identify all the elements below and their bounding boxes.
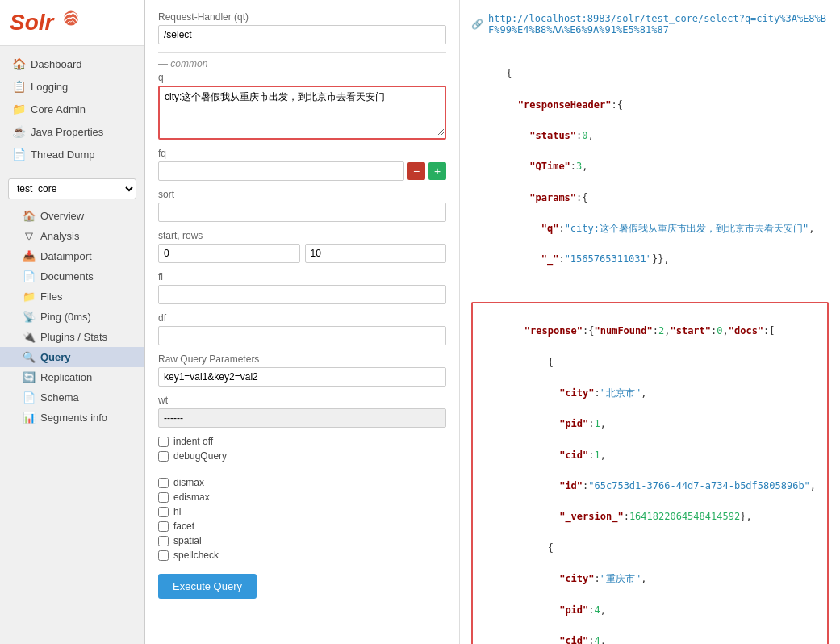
hl-group: hl xyxy=(158,506,446,517)
spellcheck-checkbox[interactable] xyxy=(158,550,169,561)
execute-query-button[interactable]: Execute Query xyxy=(158,574,257,599)
wt-group: wt ------ json xml python ruby php csv xyxy=(158,395,446,428)
query-panel: Request-Handler (qt) — common q fq − + s… xyxy=(145,0,460,644)
fq-group: fq − + xyxy=(158,148,446,181)
df-label: df xyxy=(158,312,446,324)
java-icon: ☕ xyxy=(11,125,26,138)
core-nav-files[interactable]: 📁 Files xyxy=(0,286,144,307)
core-nav-schema[interactable]: 📄 Schema xyxy=(0,387,144,408)
main-nav: 🏠 Dashboard 📋 Logging 📁 Core Admin ☕ Jav… xyxy=(0,46,144,172)
raw-params-label: Raw Query Parameters xyxy=(158,353,446,365)
core-selector[interactable]: test_core xyxy=(8,178,136,199)
dismax-checkbox[interactable] xyxy=(158,478,169,488)
dashboard-icon: 🏠 xyxy=(11,57,26,70)
df-input[interactable] xyxy=(158,326,446,345)
ping-icon: 📡 xyxy=(23,311,36,323)
component-checkboxes: dismax edismax hl facet spatial spellche… xyxy=(158,470,446,561)
link-icon: 🔗 xyxy=(471,19,483,30)
sidebar-item-logging[interactable]: 📋 Logging xyxy=(0,75,144,98)
debug-group: debugQuery xyxy=(158,450,446,462)
sort-input[interactable] xyxy=(158,203,446,222)
indent-checkbox[interactable] xyxy=(158,437,169,447)
documents-icon: 📄 xyxy=(23,270,36,282)
result-url: http://localhost:8983/solr/test_core/sel… xyxy=(488,13,829,36)
logging-icon: 📋 xyxy=(11,80,26,93)
spatial-group: spatial xyxy=(158,535,446,546)
hl-checkbox[interactable] xyxy=(158,507,169,517)
common-label: — common xyxy=(158,52,446,69)
overview-icon: 🏠 xyxy=(23,210,36,222)
edismax-checkbox[interactable] xyxy=(158,492,169,503)
solr-logo-icon xyxy=(56,8,86,37)
sidebar-item-logging-label: Logging xyxy=(31,81,68,93)
core-nav-documents[interactable]: 📄 Documents xyxy=(0,266,144,286)
replication-icon: 🔄 xyxy=(23,371,36,383)
core-nav-replication[interactable]: 🔄 Replication xyxy=(0,367,144,387)
handler-input[interactable] xyxy=(158,25,446,44)
analysis-icon: ▽ xyxy=(23,230,36,242)
sidebar-item-dashboard-label: Dashboard xyxy=(31,58,82,70)
core-nav-query[interactable]: 🔍 Query xyxy=(0,347,144,367)
q-group: q xyxy=(158,72,446,140)
q-input[interactable] xyxy=(160,87,445,136)
spatial-label: spatial xyxy=(173,535,202,546)
core-nav-plugins[interactable]: 🔌 Plugins / Stats xyxy=(0,327,144,347)
debug-checkbox[interactable] xyxy=(158,451,169,462)
plugins-icon: 🔌 xyxy=(23,331,36,343)
fq-row: − + xyxy=(158,161,446,181)
fq-label: fq xyxy=(158,148,446,159)
hl-label: hl xyxy=(173,506,181,517)
q-field-wrapper xyxy=(158,86,446,140)
files-icon: 📁 xyxy=(23,291,36,303)
dismax-group: dismax xyxy=(158,477,446,488)
raw-params-group: Raw Query Parameters xyxy=(158,353,446,387)
df-group: df xyxy=(158,312,446,345)
rows-input[interactable] xyxy=(305,244,447,263)
core-nav-overview[interactable]: 🏠 Overview xyxy=(0,206,144,226)
facet-label: facet xyxy=(173,521,194,532)
fq-add-button[interactable]: + xyxy=(428,162,446,180)
sidebar-item-dashboard[interactable]: 🏠 Dashboard xyxy=(0,52,144,75)
dataimport-icon: 📥 xyxy=(23,250,36,262)
wt-select[interactable]: ------ json xml python ruby php csv xyxy=(158,408,446,428)
wt-label: wt xyxy=(158,395,446,406)
indent-label: indent off xyxy=(173,436,213,447)
fl-input[interactable] xyxy=(158,285,446,304)
fq-input[interactable] xyxy=(158,161,404,181)
response-json: "response":{"numFound":2,"start":0,"docs… xyxy=(478,308,822,644)
spellcheck-label: spellcheck xyxy=(173,550,219,561)
core-nav-dataimport[interactable]: 📥 Dataimport xyxy=(0,246,144,266)
core-admin-icon: 📁 xyxy=(11,102,26,115)
edismax-label: edismax xyxy=(173,491,210,503)
core-nav-segments[interactable]: 📊 Segments info xyxy=(0,408,144,428)
raw-params-input[interactable] xyxy=(158,367,446,387)
start-rows-label: start, rows xyxy=(158,230,446,241)
url-bar: 🔗 http://localhost:8983/solr/test_core/s… xyxy=(471,8,829,44)
sidebar-item-java-properties[interactable]: ☕ Java Properties xyxy=(0,120,144,143)
start-input[interactable] xyxy=(158,244,300,263)
core-nav: 🏠 Overview ▽ Analysis 📥 Dataimport 📄 Doc… xyxy=(0,206,144,428)
sidebar-item-core-admin[interactable]: 📁 Core Admin xyxy=(0,98,144,120)
sidebar: Solr 🏠 Dashboard 📋 Logging 📁 Core Admin … xyxy=(0,0,145,644)
json-output: { "responseHeader":{ "status":0, "QTime"… xyxy=(471,51,829,299)
checkboxes-section: indent off debugQuery xyxy=(158,436,446,462)
query-icon: 🔍 xyxy=(23,351,36,363)
fl-group: fl xyxy=(158,271,446,304)
schema-icon: 📄 xyxy=(23,391,36,404)
spatial-checkbox[interactable] xyxy=(158,536,169,546)
results-panel: 🔗 http://localhost:8983/solr/test_core/s… xyxy=(460,0,840,644)
handler-label: Request-Handler (qt) xyxy=(158,11,446,23)
sidebar-item-java-label: Java Properties xyxy=(31,126,103,138)
thread-icon: 📄 xyxy=(11,148,26,161)
core-nav-ping[interactable]: 📡 Ping (0ms) xyxy=(0,307,144,327)
wt-select-wrapper: ------ json xml python ruby php csv xyxy=(158,408,446,428)
core-nav-analysis[interactable]: ▽ Analysis xyxy=(0,226,144,246)
core-select[interactable]: test_core xyxy=(8,178,136,199)
indent-group: indent off xyxy=(158,436,446,447)
sidebar-item-core-admin-label: Core Admin xyxy=(31,103,86,115)
spellcheck-group: spellcheck xyxy=(158,550,446,561)
facet-checkbox[interactable] xyxy=(158,521,169,532)
q-label: q xyxy=(158,72,446,83)
sidebar-item-thread-dump[interactable]: 📄 Thread Dump xyxy=(0,143,144,165)
fq-remove-button[interactable]: − xyxy=(407,162,425,180)
